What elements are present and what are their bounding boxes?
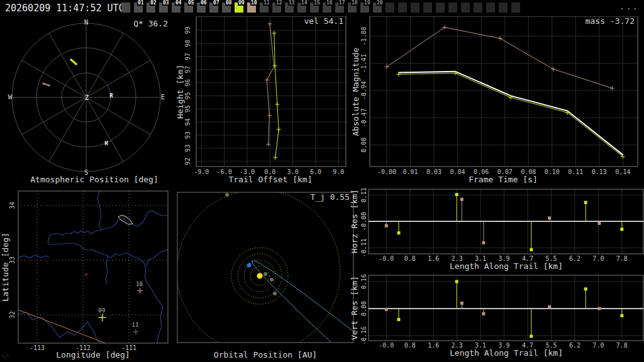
x-tick-label: 0.8 [404, 255, 416, 262]
frame-thumb-14[interactable]: 14 [297, 3, 306, 13]
frame-thumb-13[interactable]: 13 [285, 3, 294, 13]
frame-thumb-03[interactable]: 03 [159, 3, 168, 13]
vert-residual-point [460, 302, 464, 305]
axis-title-x: Atmospheric Position [deg] [30, 175, 158, 184]
trail-point [268, 21, 272, 26]
overflow-menu-icon[interactable]: ... [619, 1, 639, 11]
river-line [18, 312, 101, 343]
plots-canvas: NESWZRHAtmospheric Position [deg]Q* 36.2… [0, 0, 644, 362]
frame-thumb-12[interactable]: 12 [272, 3, 281, 13]
frame-thumb-05[interactable]: 05 [184, 3, 193, 13]
frame-thumb-18[interactable]: 18 [348, 3, 357, 13]
y-tick-label: 94 [184, 118, 191, 126]
polar-marker-R: R [109, 92, 113, 99]
frame-thumb-16[interactable]: 16 [323, 3, 331, 13]
frame-thumb-blank [386, 3, 394, 13]
y-tick-label: 93 [184, 145, 191, 152]
frame-thumb-06[interactable]: 06 [197, 3, 206, 13]
panel-map: 091011-113-112-111343332Longitude [deg]L… [1, 191, 168, 359]
axis-title-x: Frame Time [s] [469, 175, 538, 184]
y-tick-label: 95 [184, 105, 191, 112]
y-tick-label: 97 [184, 66, 191, 74]
frame-thumb-label: 04 [175, 0, 182, 6]
frame-thumb-label: 12 [275, 0, 283, 6]
horz-residual-point [482, 241, 485, 244]
station-label-10: 10 [136, 281, 143, 287]
station-marker-10 [137, 288, 143, 293]
trail-point [265, 78, 269, 82]
y-tick-label: 0.00 [360, 301, 367, 316]
lake-outline [118, 215, 133, 224]
mag-point [385, 65, 389, 69]
trail-series-camera-10 [267, 24, 274, 145]
y-tick-label: 0.16 [360, 274, 367, 289]
vert-residual-point [385, 308, 388, 311]
x-tick-label: 1.6 [428, 342, 439, 349]
y-tick-label: 0.00 [360, 138, 367, 153]
y-tick-label: 0.11 [360, 187, 367, 202]
panel-horz: -0.00.81.62.33.13.94.75.56.27.07.80.11-0… [350, 187, 643, 271]
frame-thumb-17[interactable]: 17 [335, 3, 344, 13]
frame-thumb-label: 15 [313, 0, 321, 6]
mag-series-model-fit [399, 72, 623, 155]
river-line [50, 230, 101, 235]
x-tick-label: 9.0 [333, 168, 344, 175]
x-tick-label: 6.2 [569, 342, 580, 349]
vert-residual-point [455, 280, 458, 283]
station-marker-09 [99, 314, 106, 321]
frame-thumb-20[interactable]: 20 [373, 3, 382, 13]
frame-thumb-15[interactable]: 15 [310, 3, 319, 13]
planet-dot [225, 193, 229, 197]
x-tick-label: 0.13 [592, 168, 607, 175]
frame-thumb-09[interactable]: 09 [235, 3, 243, 13]
frame-thumb-label: 08 [225, 0, 233, 6]
y-tick-label: -0.94 [360, 81, 367, 100]
frame-thumb-10[interactable]: 10 [247, 3, 256, 13]
river-line [132, 211, 168, 226]
horz-residual-point [460, 198, 464, 201]
horz-residual-point [397, 231, 400, 234]
x-tick-label: 0.10 [545, 168, 560, 175]
vert-residual-point [530, 335, 533, 338]
planet-dot [264, 272, 267, 276]
horz-residual-point [548, 216, 551, 219]
frame-thumb-02[interactable]: 02 [147, 3, 155, 13]
frame-thumb-label: 17 [338, 0, 346, 6]
vert-residual-point [482, 312, 485, 315]
mag-series-camera-09 [399, 73, 623, 156]
frame-thumb-01[interactable]: 01 [134, 3, 143, 13]
sun-core [258, 275, 260, 277]
x-tick-label: 7.0 [592, 255, 604, 262]
x-tick-label: 0.01 [402, 168, 418, 175]
corner-value: T_j 0.55 [310, 192, 350, 202]
axis-title-y: Horz Res [km] [350, 189, 359, 253]
vert-residual-point [597, 307, 601, 310]
mag-point [442, 25, 447, 30]
frame-thumb-label: 03 [162, 0, 170, 6]
frame-thumb-07[interactable]: 07 [209, 3, 218, 13]
frame-thumb-label: 06 [200, 0, 208, 6]
frame-thumb-blank [511, 3, 520, 13]
horz-residual-point [584, 201, 587, 204]
frame-thumb-label: 10 [250, 0, 258, 6]
y-tick-label: 98 [184, 40, 191, 47]
detection-09-streak [71, 60, 76, 64]
mag-series-camera-10 [387, 28, 613, 89]
frame-thumb-04[interactable]: 04 [172, 3, 180, 13]
river-line [18, 255, 49, 258]
frame-thumb-11[interactable]: 11 [260, 3, 269, 13]
river-line [146, 250, 168, 266]
frame-thumb-blank [499, 3, 508, 13]
x-tick-label: -9.0 [194, 168, 209, 175]
axis-title-x: Length Along Trail [km] [450, 261, 563, 271]
x-tick-label: 0.11 [568, 168, 583, 175]
x-tick-label: 7.8 [616, 342, 628, 349]
frame-thumb-label: 05 [187, 0, 195, 6]
frame-thumb-08[interactable]: 08 [222, 3, 231, 13]
y-tick-label: -1.88 [360, 26, 367, 45]
frame-thumb-19[interactable]: 19 [360, 3, 369, 13]
frame-thumb-blank [486, 3, 495, 13]
map-features [18, 191, 168, 343]
road-line [18, 310, 106, 343]
x-tick-label: 0.14 [615, 168, 630, 175]
